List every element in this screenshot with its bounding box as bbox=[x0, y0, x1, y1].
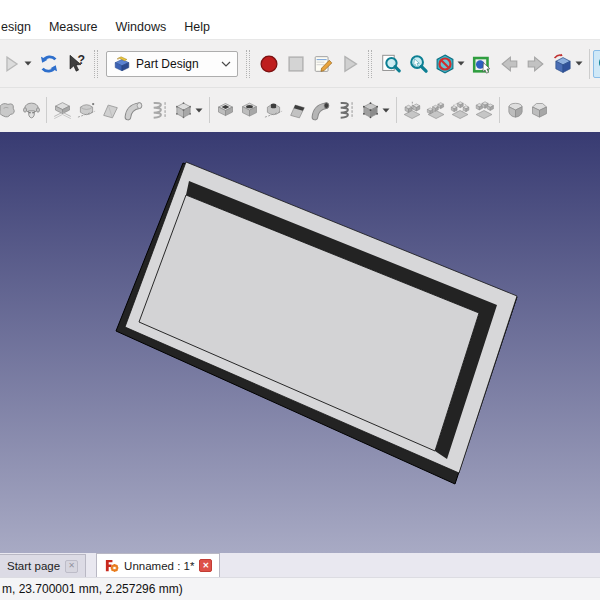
macro-edit-button[interactable] bbox=[309, 50, 336, 78]
subtractive-primitive-button[interactable] bbox=[357, 97, 393, 123]
close-icon[interactable]: ✕ bbox=[199, 559, 212, 572]
subtractive-loft-button[interactable] bbox=[285, 97, 309, 123]
close-icon[interactable]: ✕ bbox=[65, 560, 78, 573]
menu-item-design[interactable]: esign bbox=[0, 17, 40, 37]
tab-label: Unnamed : 1* bbox=[124, 560, 194, 572]
draw-style-button[interactable] bbox=[431, 50, 468, 78]
macro-stop-button[interactable] bbox=[282, 50, 309, 78]
workbench-selector-value: Part Design bbox=[136, 57, 216, 71]
freecad-window: esignMeasureWindowsHelp ? Part Design St… bbox=[0, 0, 600, 600]
refresh-button[interactable] bbox=[35, 50, 62, 78]
status-bar: m, 23.700001 mm, 2.257296 mm) bbox=[0, 577, 600, 600]
redo-button[interactable] bbox=[0, 50, 35, 78]
freecad-icon bbox=[104, 558, 119, 573]
zoom-button[interactable] bbox=[593, 50, 600, 78]
tab-start-page[interactable]: Start page ✕ bbox=[0, 554, 86, 577]
toolbar-separator bbox=[499, 97, 500, 123]
fillet-button[interactable] bbox=[503, 97, 527, 123]
toolbar-separator bbox=[396, 97, 397, 123]
additive-pipe-button[interactable] bbox=[122, 97, 146, 123]
mirrored-button[interactable] bbox=[400, 97, 424, 123]
toolbar-separator bbox=[589, 49, 590, 79]
menu-item-windows[interactable]: Windows bbox=[107, 17, 176, 37]
menu-item-help[interactable]: Help bbox=[175, 17, 219, 37]
additive-helix-button[interactable] bbox=[146, 97, 170, 123]
view-back-button[interactable] bbox=[495, 50, 522, 78]
svg-text:?: ? bbox=[77, 53, 85, 67]
chevron-down-icon bbox=[221, 61, 231, 67]
toolbar-part-design bbox=[0, 87, 600, 132]
toolbar-separator bbox=[46, 97, 47, 123]
pad-object[interactable] bbox=[0, 132, 600, 553]
tab-unnamed-document[interactable]: Unnamed : 1* ✕ bbox=[96, 553, 220, 577]
document-tab-bar: Start page ✕ Unnamed : 1* ✕ bbox=[0, 553, 600, 577]
hole-button[interactable] bbox=[237, 97, 261, 123]
fit-selection-button[interactable] bbox=[404, 50, 431, 78]
part-design-workbench-icon bbox=[113, 55, 131, 73]
chamfer-button[interactable] bbox=[527, 97, 551, 123]
toolbar-handle bbox=[94, 50, 98, 78]
polar-pattern-button[interactable] bbox=[448, 97, 472, 123]
tab-label: Start page bbox=[7, 560, 60, 572]
pad-button[interactable] bbox=[50, 97, 74, 123]
linear-pattern-button[interactable] bbox=[424, 97, 448, 123]
additive-primitive-button[interactable] bbox=[170, 97, 206, 123]
workbench-selector[interactable]: Part Design bbox=[106, 51, 238, 77]
subtractive-pipe-button[interactable] bbox=[309, 97, 333, 123]
clone-button[interactable] bbox=[19, 97, 43, 123]
pocket-button[interactable] bbox=[213, 97, 237, 123]
toolbar-separator bbox=[209, 97, 210, 123]
revolution-button[interactable] bbox=[74, 97, 98, 123]
shape-binder-button[interactable] bbox=[0, 97, 19, 123]
box-selection-button[interactable] bbox=[468, 50, 495, 78]
toolbar-standard-view: ? Part Design bbox=[0, 39, 600, 87]
fit-all-button[interactable] bbox=[377, 50, 404, 78]
menu-item-measure[interactable]: Measure bbox=[40, 17, 107, 37]
macro-play-button[interactable] bbox=[336, 50, 363, 78]
toolbar-handle bbox=[368, 50, 372, 78]
axonometric-view-button[interactable] bbox=[549, 50, 586, 78]
toolbar-handle bbox=[246, 50, 250, 78]
groove-button[interactable] bbox=[261, 97, 285, 123]
view-forward-button[interactable] bbox=[522, 50, 549, 78]
whats-this-button[interactable]: ? bbox=[62, 50, 89, 78]
additive-loft-button[interactable] bbox=[98, 97, 122, 123]
cursor-coordinates: m, 23.700001 mm, 2.257296 mm) bbox=[2, 582, 183, 596]
viewport-3d[interactable] bbox=[0, 132, 600, 553]
multitransform-button[interactable] bbox=[472, 97, 496, 123]
subtractive-helix-button[interactable] bbox=[333, 97, 357, 123]
menu-bar: esignMeasureWindowsHelp bbox=[0, 15, 600, 39]
title-bar bbox=[0, 0, 600, 15]
macro-record-button[interactable] bbox=[255, 50, 282, 78]
